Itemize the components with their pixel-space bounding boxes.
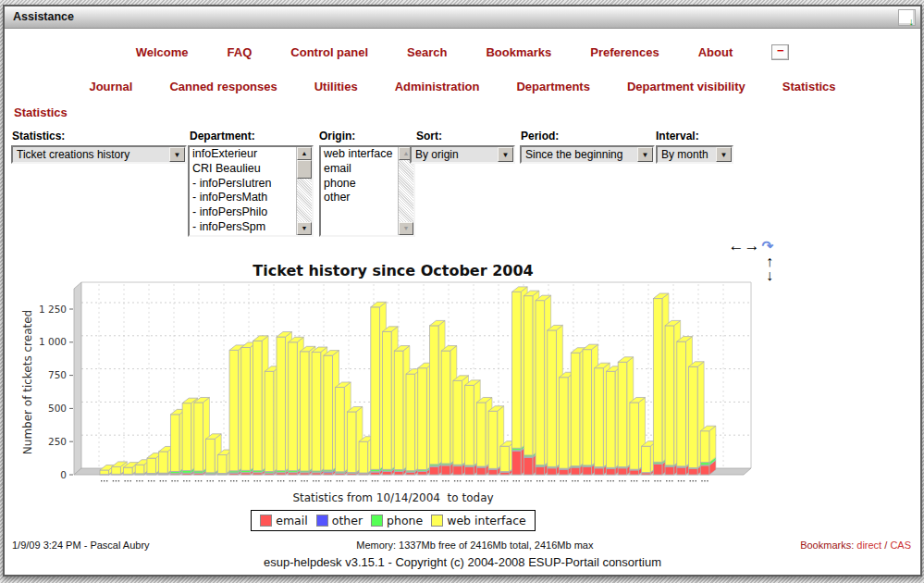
menu-item-search[interactable]: Search: [407, 45, 447, 59]
menu-item-department-visibility[interactable]: Department visibility: [627, 80, 745, 93]
status-left: 1/9/09 3:24 PM - Pascal Aubry: [12, 540, 150, 551]
legend-swatch-other: [316, 515, 328, 527]
scroll-track: [297, 179, 312, 222]
page-title: Statistics: [14, 105, 920, 119]
menu-item-journal[interactable]: Journal: [89, 80, 132, 93]
dropdown-arrow-icon[interactable]: ▼: [637, 147, 653, 162]
origin-filter-label: Origin:: [319, 130, 355, 143]
y-axis-label: Number of tickets created: [21, 310, 34, 454]
scroll-down-icon[interactable]: ▼: [399, 222, 413, 235]
period-select-value: Since the beginning: [522, 148, 637, 161]
interval-select-value: By month: [658, 148, 716, 161]
sort-filter-label: Sort:: [416, 130, 442, 143]
department-options: infoExterieurCRI Beaulieu- infoPersIutre…: [190, 147, 296, 235]
chart-legend-wrap: emailotherphoneweb interface: [5, 510, 782, 531]
menu-item-control-panel[interactable]: Control panel: [290, 45, 368, 59]
scroll-thumb[interactable]: [297, 160, 312, 179]
interval-filter-label: Interval:: [656, 130, 699, 143]
bookmark-link-cas[interactable]: CAS: [890, 540, 911, 551]
svg-text:750: 750: [48, 369, 67, 380]
filters-bar: Statistics: Department: Origin: Sort: Pe…: [5, 130, 920, 250]
sort-select[interactable]: By origin ▼: [410, 145, 515, 164]
collapse-window-button[interactable]: ↓: [898, 9, 916, 26]
menu-item-departments[interactable]: Departments: [516, 80, 589, 93]
interval-select[interactable]: By month ▼: [656, 145, 733, 164]
dropdown-arrow-icon[interactable]: ▼: [716, 147, 732, 162]
department-option--infopersmath[interactable]: - infoPersMath: [192, 191, 296, 205]
menu-collapse-button[interactable]: −: [771, 44, 789, 60]
origin-option-email[interactable]: email: [324, 162, 398, 177]
arrow-down-icon[interactable]: ↓: [718, 268, 773, 282]
ticket-history-chart: 02505007501 0001 250Number of tickets cr…: [18, 280, 758, 486]
arrow-left-icon[interactable]: ←: [728, 237, 744, 254]
origin-option-phone[interactable]: phone: [324, 177, 398, 192]
statistics-filter-label: Statistics:: [12, 130, 65, 143]
svg-text:1 250: 1 250: [39, 304, 67, 315]
department-option-infoexterieur[interactable]: infoExterieur: [192, 147, 296, 162]
assistance-window: Assistance ↓ WelcomeFAQControl panelSear…: [3, 5, 922, 577]
secondary-menu: JournalCanned responsesUtilitiesAdminist…: [5, 80, 920, 93]
origin-listbox[interactable]: web interfaceemailphoneother ▲ ▼: [319, 145, 415, 237]
menu-item-welcome[interactable]: Welcome: [136, 45, 189, 59]
version-line: esup-helpdesk v3.15.1 - Copyright (c) 20…: [5, 555, 920, 569]
bar-01-2009: [700, 426, 716, 475]
menu-item-bookmarks[interactable]: Bookmarks: [486, 45, 551, 59]
dropdown-arrow-icon[interactable]: ▼: [498, 147, 513, 162]
window-titlebar: Assistance ↓: [5, 6, 920, 29]
y-axis: 02505007501 0001 250Number of tickets cr…: [21, 304, 73, 480]
chart-legend: emailotherphoneweb interface: [251, 510, 536, 531]
menu-item-preferences[interactable]: Preferences: [590, 45, 659, 59]
menu-item-faq[interactable]: FAQ: [228, 45, 253, 59]
green-down-arrow-icon: ↓: [909, 17, 915, 27]
legend-label-email: email: [276, 514, 307, 527]
chart-resize-controls: ←→↷ ↑ ↓: [718, 239, 773, 282]
refresh-icon[interactable]: ↷: [761, 238, 773, 254]
legend-swatch-phone: [371, 515, 383, 527]
x-axis-ticks: [101, 480, 708, 481]
legend-label-phone: phone: [387, 514, 423, 527]
primary-menu: WelcomeFAQControl panelSearchBookmarksPr…: [5, 44, 920, 60]
legend-label-web-interface: web interface: [447, 514, 526, 527]
department-scrollbar[interactable]: ▲ ▼: [296, 147, 312, 235]
department-option--infopersspm[interactable]: - infoPersSpm: [192, 220, 296, 235]
legend-item-phone: phone: [371, 514, 423, 527]
svg-text:0: 0: [60, 469, 67, 480]
window-title: Assistance: [13, 10, 74, 23]
arrow-right-icon[interactable]: →: [744, 237, 759, 254]
chart-title: Ticket history since October 2004: [5, 262, 782, 279]
origin-options: web interfaceemailphoneother: [321, 147, 398, 235]
menu-item-administration[interactable]: Administration: [395, 80, 480, 93]
sort-select-value: By origin: [412, 148, 498, 161]
scroll-track: [399, 160, 413, 222]
svg-text:250: 250: [48, 436, 67, 447]
legend-item-email: email: [260, 514, 307, 527]
bookmarks-label: Bookmarks:: [800, 540, 854, 551]
period-select[interactable]: Since the beginning ▼: [520, 145, 655, 164]
footer: 1/9/09 3:24 PM - Pascal Aubry Memory: 13…: [12, 540, 911, 551]
scroll-down-icon[interactable]: ▼: [297, 222, 312, 235]
menu-item-about[interactable]: About: [698, 45, 733, 59]
origin-option-other[interactable]: other: [324, 191, 398, 205]
statistics-select-value: Ticket creations history: [13, 148, 169, 161]
legend-swatch-web-interface: [431, 515, 443, 527]
department-filter-label: Department:: [190, 130, 255, 143]
bookmark-link-direct[interactable]: direct: [856, 540, 881, 551]
menu-item-utilities[interactable]: Utilities: [314, 80, 358, 93]
svg-text:1 000: 1 000: [39, 336, 67, 347]
department-option-cri-beaulieu[interactable]: CRI Beaulieu: [192, 162, 296, 177]
memory-status: Memory: 1337Mb free of 2416Mb total, 241…: [150, 540, 801, 551]
department-option--infopersiutren[interactable]: - infoPersIutren: [192, 177, 296, 192]
arrow-up-icon[interactable]: ↑: [718, 254, 773, 268]
department-option--infopersphilo[interactable]: - infoPersPhilo: [192, 205, 296, 220]
department-listbox[interactable]: infoExterieurCRI Beaulieu- infoPersIutre…: [188, 145, 314, 237]
legend-label-other: other: [332, 514, 363, 527]
scroll-up-icon[interactable]: ▲: [297, 147, 312, 160]
period-filter-label: Period:: [521, 130, 559, 143]
origin-option-web-interface[interactable]: web interface: [324, 147, 398, 162]
svg-text:500: 500: [48, 403, 67, 414]
menu-item-canned-responses[interactable]: Canned responses: [169, 80, 277, 93]
statistics-select[interactable]: Ticket creations history ▼: [11, 145, 187, 164]
legend-item-web-interface: web interface: [431, 514, 526, 527]
menu-item-statistics[interactable]: Statistics: [782, 80, 836, 93]
dropdown-arrow-icon[interactable]: ▼: [169, 147, 185, 162]
